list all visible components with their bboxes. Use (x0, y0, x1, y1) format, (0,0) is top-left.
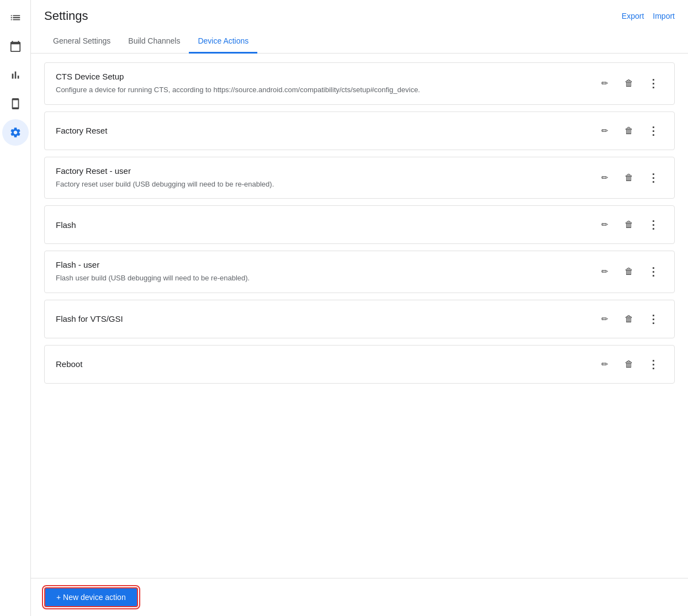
edit-button[interactable] (595, 121, 615, 141)
action-card-reboot: Reboot (44, 345, 675, 384)
tab-build-channels[interactable]: Build Channels (119, 30, 189, 54)
trash-icon (625, 267, 633, 277)
more-button[interactable] (643, 262, 663, 282)
action-card-flash-vts-gsi: Flash for VTS/GSI (44, 300, 675, 338)
action-card-factory-reset: Factory Reset (44, 111, 675, 150)
trash-icon (625, 359, 633, 369)
action-card-cts-device-setup: CTS Device Setup Configure a device for … (44, 62, 675, 105)
more-icon (648, 312, 659, 326)
action-card-header: CTS Device Setup Configure a device for … (56, 72, 663, 95)
action-title: Factory Reset (56, 126, 107, 135)
more-icon (648, 265, 659, 278)
pencil-icon (601, 267, 608, 277)
action-card-header: Reboot (56, 354, 663, 374)
delete-button[interactable] (619, 354, 639, 374)
header-actions: Export Import (622, 12, 675, 20)
action-controls (595, 354, 663, 374)
more-icon (648, 171, 659, 184)
action-card-factory-reset-user: Factory Reset - user Factory reset user … (44, 157, 675, 199)
more-icon (648, 218, 659, 231)
tabs-bar: General Settings Build Channels Device A… (31, 30, 688, 54)
settings-icon (9, 126, 22, 139)
list-icon (9, 12, 22, 24)
new-device-action-button[interactable]: + New device action (44, 587, 138, 607)
sidebar (0, 0, 31, 616)
action-description: Factory reset user build (USB debugging … (56, 179, 274, 190)
import-link[interactable]: Import (653, 12, 675, 20)
trash-icon (625, 314, 633, 324)
action-controls (595, 121, 663, 141)
action-controls (595, 262, 663, 282)
tab-general-settings[interactable]: General Settings (44, 30, 119, 54)
edit-button[interactable] (595, 215, 615, 235)
action-card-flash: Flash (44, 205, 675, 244)
action-card-flash-user: Flash - user Flash user build (USB debug… (44, 251, 675, 293)
delete-button[interactable] (619, 168, 639, 188)
action-controls (595, 309, 663, 329)
more-button[interactable] (643, 168, 663, 188)
export-link[interactable]: Export (622, 12, 644, 20)
delete-button[interactable] (619, 121, 639, 141)
trash-icon (625, 126, 633, 136)
page-title: Settings (44, 9, 88, 23)
calendar-icon (9, 40, 22, 52)
trash-icon (625, 173, 633, 183)
sidebar-item-calendar[interactable] (2, 33, 29, 60)
pencil-icon (601, 314, 608, 324)
action-title: Flash (56, 220, 76, 230)
delete-button[interactable] (619, 309, 639, 329)
more-button[interactable] (643, 121, 663, 141)
delete-button[interactable] (619, 73, 639, 93)
more-button[interactable] (643, 215, 663, 235)
more-icon (648, 124, 659, 137)
action-card-header: Factory Reset - user Factory reset user … (56, 166, 663, 190)
action-card-header: Flash (56, 215, 663, 235)
pencil-icon (601, 359, 608, 369)
content-area: CTS Device Setup Configure a device for … (31, 54, 688, 578)
action-card-header: Factory Reset (56, 121, 663, 141)
action-controls (595, 168, 663, 188)
page-header: Settings Export Import (31, 0, 688, 23)
action-title: Factory Reset - user (56, 166, 274, 176)
delete-button[interactable] (619, 215, 639, 235)
sidebar-item-phone[interactable] (2, 91, 29, 117)
tab-device-actions[interactable]: Device Actions (189, 30, 257, 54)
more-icon (648, 77, 659, 90)
more-icon (648, 358, 659, 371)
action-description: Configure a device for running CTS, acco… (56, 84, 420, 95)
chart-icon (9, 69, 22, 81)
action-title: CTS Device Setup (56, 72, 420, 81)
edit-button[interactable] (595, 73, 615, 93)
edit-button[interactable] (595, 309, 615, 329)
more-button[interactable] (643, 309, 663, 329)
pencil-icon (601, 126, 608, 136)
action-title: Flash - user (56, 260, 250, 269)
action-controls (595, 73, 663, 93)
action-description: Flash user build (USB debugging will nee… (56, 273, 250, 284)
delete-button[interactable] (619, 262, 639, 282)
edit-button[interactable] (595, 354, 615, 374)
sidebar-item-chart[interactable] (2, 62, 29, 88)
sidebar-item-list[interactable] (2, 4, 29, 31)
action-card-header: Flash for VTS/GSI (56, 309, 663, 329)
action-card-header: Flash - user Flash user build (USB debug… (56, 260, 663, 284)
pencil-icon (601, 78, 608, 88)
edit-button[interactable] (595, 168, 615, 188)
trash-icon (625, 220, 633, 230)
action-title: Reboot (56, 359, 82, 369)
main-content: Settings Export Import General Settings … (31, 0, 688, 616)
sidebar-item-settings[interactable] (2, 119, 29, 146)
trash-icon (625, 78, 633, 88)
pencil-icon (601, 220, 608, 230)
pencil-icon (601, 173, 608, 183)
phone-icon (9, 98, 22, 110)
more-button[interactable] (643, 354, 663, 374)
action-controls (595, 215, 663, 235)
page-footer: + New device action (31, 578, 688, 616)
edit-button[interactable] (595, 262, 615, 282)
more-button[interactable] (643, 73, 663, 93)
action-title: Flash for VTS/GSI (56, 314, 123, 323)
